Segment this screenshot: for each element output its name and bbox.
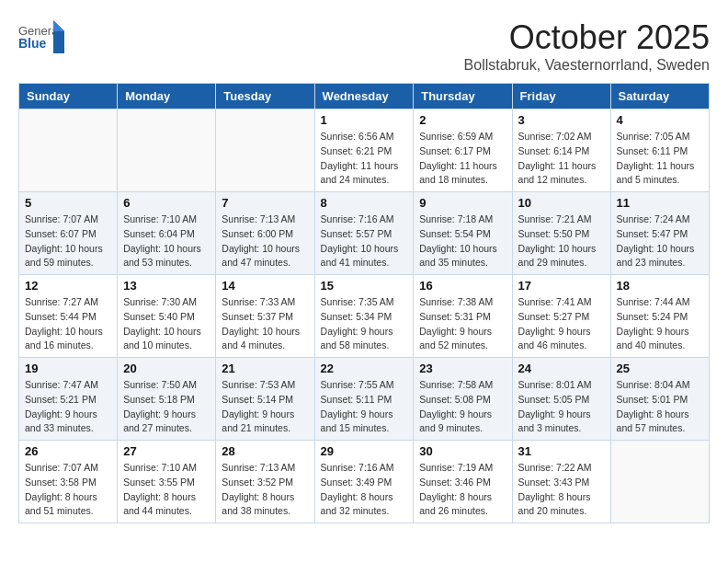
day-info: Sunrise: 7:10 AM Sunset: 6:04 PM Dayligh… [123,213,210,270]
table-row: 4Sunrise: 7:05 AM Sunset: 6:11 PM Daylig… [610,109,709,192]
table-row: 22Sunrise: 7:55 AM Sunset: 5:11 PM Dayli… [314,358,414,441]
day-info: Sunrise: 7:24 AM Sunset: 5:47 PM Dayligh… [617,213,703,270]
table-row: 19Sunrise: 7:47 AM Sunset: 5:21 PM Dayli… [19,358,118,441]
calendar-table: Sunday Monday Tuesday Wednesday Thursday… [18,83,710,523]
calendar-week-row: 26Sunrise: 7:07 AM Sunset: 3:58 PM Dayli… [19,441,710,523]
col-sunday: Sunday [19,84,118,109]
day-number: 12 [25,279,111,293]
table-row: 25Sunrise: 8:04 AM Sunset: 5:01 PM Dayli… [610,358,709,441]
table-row: 8Sunrise: 7:16 AM Sunset: 5:57 PM Daylig… [314,192,414,275]
table-row [19,109,118,192]
day-number: 2 [419,113,506,127]
table-row: 20Sunrise: 7:50 AM Sunset: 5:18 PM Dayli… [118,358,216,441]
day-number: 7 [222,196,308,210]
table-row: 23Sunrise: 7:58 AM Sunset: 5:08 PM Dayli… [414,358,512,441]
day-number: 8 [321,196,408,210]
day-info: Sunrise: 7:38 AM Sunset: 5:31 PM Dayligh… [419,295,506,353]
table-row: 12Sunrise: 7:27 AM Sunset: 5:44 PM Dayli… [19,275,118,358]
day-info: Sunrise: 7:58 AM Sunset: 5:08 PM Dayligh… [419,378,506,436]
table-row: 2Sunrise: 6:59 AM Sunset: 6:17 PM Daylig… [414,109,512,192]
day-number: 1 [321,113,408,127]
table-row: 28Sunrise: 7:13 AM Sunset: 3:52 PM Dayli… [216,441,314,523]
day-number: 18 [617,279,703,293]
day-number: 31 [518,444,605,458]
day-number: 17 [518,279,605,293]
calendar-week-row: 1Sunrise: 6:56 AM Sunset: 6:21 PM Daylig… [19,109,710,192]
day-number: 13 [123,279,210,293]
calendar-week-row: 5Sunrise: 7:07 AM Sunset: 6:07 PM Daylig… [19,192,710,275]
day-number: 16 [419,279,506,293]
day-info: Sunrise: 8:04 AM Sunset: 5:01 PM Dayligh… [617,378,703,436]
day-info: Sunrise: 7:10 AM Sunset: 3:55 PM Dayligh… [123,461,210,519]
logo-icon: General Blue [18,18,64,55]
col-friday: Friday [512,84,610,109]
day-number: 30 [419,444,506,458]
day-info: Sunrise: 7:50 AM Sunset: 5:18 PM Dayligh… [123,378,210,436]
day-number: 6 [123,196,210,210]
day-info: Sunrise: 7:19 AM Sunset: 3:46 PM Dayligh… [419,461,506,519]
day-info: Sunrise: 6:59 AM Sunset: 6:17 PM Dayligh… [419,130,506,188]
table-row: 27Sunrise: 7:10 AM Sunset: 3:55 PM Dayli… [118,441,216,523]
page-header: General Blue October 2025 Bollstabruk, V… [18,18,710,74]
day-info: Sunrise: 7:47 AM Sunset: 5:21 PM Dayligh… [25,378,111,436]
table-row: 9Sunrise: 7:18 AM Sunset: 5:54 PM Daylig… [414,192,512,275]
day-info: Sunrise: 7:16 AM Sunset: 3:49 PM Dayligh… [321,461,408,519]
col-thursday: Thursday [414,84,512,109]
calendar-week-row: 12Sunrise: 7:27 AM Sunset: 5:44 PM Dayli… [19,275,710,358]
table-row: 31Sunrise: 7:22 AM Sunset: 3:43 PM Dayli… [512,441,610,523]
calendar-title: October 2025 [464,18,710,57]
day-info: Sunrise: 7:30 AM Sunset: 5:40 PM Dayligh… [123,295,210,353]
day-info: Sunrise: 7:16 AM Sunset: 5:57 PM Dayligh… [321,213,408,270]
table-row: 21Sunrise: 7:53 AM Sunset: 5:14 PM Dayli… [216,358,314,441]
col-wednesday: Wednesday [314,84,414,109]
day-info: Sunrise: 7:33 AM Sunset: 5:37 PM Dayligh… [222,295,308,353]
calendar-header-row: Sunday Monday Tuesday Wednesday Thursday… [19,84,710,109]
table-row: 1Sunrise: 6:56 AM Sunset: 6:21 PM Daylig… [314,109,414,192]
table-row: 15Sunrise: 7:35 AM Sunset: 5:34 PM Dayli… [314,275,414,358]
day-info: Sunrise: 7:53 AM Sunset: 5:14 PM Dayligh… [222,378,308,436]
day-number: 10 [518,196,605,210]
day-info: Sunrise: 7:35 AM Sunset: 5:34 PM Dayligh… [321,295,408,353]
table-row: 24Sunrise: 8:01 AM Sunset: 5:05 PM Dayli… [512,358,610,441]
day-info: Sunrise: 8:01 AM Sunset: 5:05 PM Dayligh… [518,378,605,436]
calendar-location: Bollstabruk, Vaesternorrland, Sweden [464,57,710,74]
table-row [610,441,709,523]
day-info: Sunrise: 7:18 AM Sunset: 5:54 PM Dayligh… [419,213,506,270]
day-number: 20 [123,362,210,375]
day-number: 19 [25,362,111,375]
table-row: 26Sunrise: 7:07 AM Sunset: 3:58 PM Dayli… [19,441,118,523]
day-info: Sunrise: 7:27 AM Sunset: 5:44 PM Dayligh… [25,295,111,353]
day-number: 27 [123,444,210,458]
table-row: 13Sunrise: 7:30 AM Sunset: 5:40 PM Dayli… [118,275,216,358]
table-row: 5Sunrise: 7:07 AM Sunset: 6:07 PM Daylig… [19,192,118,275]
day-info: Sunrise: 7:02 AM Sunset: 6:14 PM Dayligh… [518,130,605,188]
day-number: 25 [617,362,703,375]
table-row [118,109,216,192]
day-number: 14 [222,279,308,293]
day-number: 23 [419,362,506,375]
day-number: 29 [321,444,408,458]
day-number: 5 [25,196,111,210]
day-number: 11 [617,196,703,210]
table-row: 18Sunrise: 7:44 AM Sunset: 5:24 PM Dayli… [610,275,709,358]
day-number: 26 [25,444,111,458]
svg-marker-3 [53,20,64,31]
day-number: 21 [222,362,308,375]
day-number: 3 [518,113,605,127]
day-number: 15 [321,279,408,293]
day-info: Sunrise: 6:56 AM Sunset: 6:21 PM Dayligh… [321,130,408,188]
table-row: 16Sunrise: 7:38 AM Sunset: 5:31 PM Dayli… [414,275,512,358]
logo: General Blue [18,18,64,55]
day-info: Sunrise: 7:55 AM Sunset: 5:11 PM Dayligh… [321,378,408,436]
day-info: Sunrise: 7:22 AM Sunset: 3:43 PM Dayligh… [518,461,605,519]
col-saturday: Saturday [610,84,709,109]
col-monday: Monday [118,84,216,109]
day-info: Sunrise: 7:44 AM Sunset: 5:24 PM Dayligh… [617,295,703,353]
day-info: Sunrise: 7:07 AM Sunset: 6:07 PM Dayligh… [25,213,111,270]
day-info: Sunrise: 7:07 AM Sunset: 3:58 PM Dayligh… [25,461,111,519]
table-row: 10Sunrise: 7:21 AM Sunset: 5:50 PM Dayli… [512,192,610,275]
day-number: 9 [419,196,506,210]
svg-text:Blue: Blue [18,36,47,51]
table-row: 14Sunrise: 7:33 AM Sunset: 5:37 PM Dayli… [216,275,314,358]
table-row: 3Sunrise: 7:02 AM Sunset: 6:14 PM Daylig… [512,109,610,192]
